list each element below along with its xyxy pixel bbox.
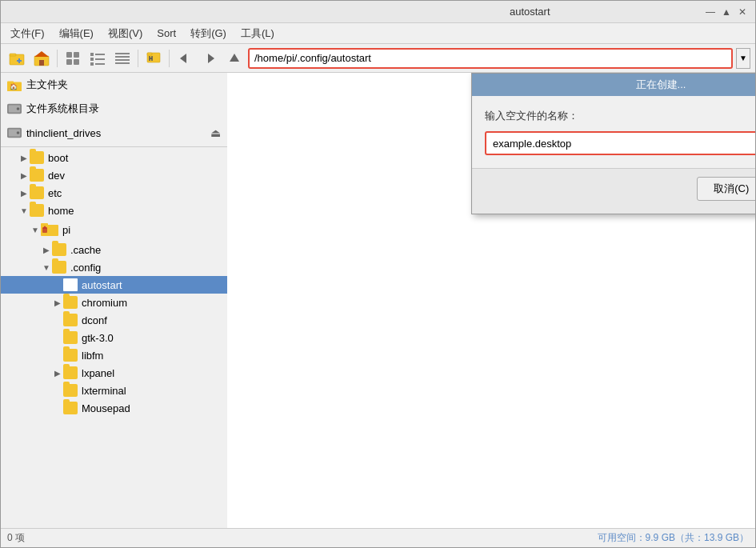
tree-label-dev: dev [48,170,65,182]
minimize-button[interactable]: — [704,6,717,18]
svg-rect-18 [115,56,130,58]
expand-autostart [52,279,63,290]
expand-cache[interactable]: ▶ [41,244,52,255]
menu-sort[interactable]: Sort [150,26,182,41]
folder-icon-libfm [63,349,78,362]
tree-item-lxpanel[interactable]: ▶ lxpanel [1,364,227,382]
show-hidden-button[interactable] [142,47,165,70]
folder-icon-dconf [63,314,78,326]
svg-rect-22 [147,53,152,55]
list-view-button[interactable] [86,47,109,70]
compact-view-button[interactable] [111,47,134,70]
svg-rect-6 [39,60,44,66]
expand-lxpanel[interactable]: ▶ [52,367,63,378]
menu-goto[interactable]: 转到(G) [184,25,233,42]
tree-item-libfm[interactable]: libfm [1,346,227,364]
expand-config[interactable]: ▼ [41,262,52,273]
tree-item-boot[interactable]: ▶ boot [1,149,227,166]
forward-button[interactable] [198,47,221,70]
status-items-count: 0 项 [7,531,25,545]
folder-icon-gtk30 [63,331,78,344]
tree-item-etc[interactable]: ▶ etc [1,184,227,202]
up-icon [226,50,242,66]
folder-icon-cache [52,243,66,256]
tree-item-home[interactable]: ▼ home [1,202,227,219]
menu-view[interactable]: 视图(V) [102,25,149,42]
sidebar-filesystem[interactable]: 文件系统根目录 [1,97,227,121]
folder-icon-mousepad [63,402,78,414]
svg-rect-1 [10,54,16,56]
title-controls: — ▲ ✕ [704,6,749,18]
expand-chromium[interactable]: ▶ [52,297,63,308]
tree-item-config[interactable]: ▼ .config [1,258,227,276]
svg-point-34 [17,107,20,110]
tree-item-lxterminal[interactable]: lxterminal [1,382,227,399]
address-dropdown-button[interactable]: ▼ [736,48,750,69]
svg-rect-39 [41,223,48,226]
svg-rect-20 [115,62,130,64]
icon-view-icon [65,50,81,66]
dialog-cancel-button[interactable]: 取消(C) [697,177,755,201]
tree-label-dconf: dconf [82,314,107,326]
expand-home[interactable]: ▼ [18,205,30,216]
address-bar-input[interactable] [248,48,733,69]
eject-icon[interactable]: ⏏ [210,126,221,139]
folder-icon-config [52,261,66,274]
svg-marker-27 [208,54,214,63]
file-panel: 正在创建... — ▲ ✕ 输入空文件的名称： 取消(C) 确定(O) [227,73,755,528]
list-view-icon [90,50,106,66]
menu-file[interactable]: 文件(F) [4,25,51,42]
expand-etc[interactable]: ▶ [18,187,30,198]
tree-item-dev[interactable]: ▶ dev [1,166,227,184]
status-bar: 0 项 可用空间：9.9 GB（共：13.9 GB） [1,528,755,547]
svg-rect-17 [115,53,130,54]
svg-rect-16 [95,63,105,65]
tree-item-pi[interactable]: ▼ pi [1,219,227,241]
tree-label-mousepad: Mousepad [82,402,130,414]
folder-icon-home [30,204,44,217]
menu-edit[interactable]: 编辑(E) [53,25,100,42]
status-disk-info: 可用空间：9.9 GB（共：13.9 GB） [598,531,749,545]
sidebar-home[interactable]: 🏠 主文件夹 [1,73,227,97]
home-folder-icon: 🏠 [7,78,22,92]
icon-view-button[interactable] [62,47,84,70]
tree-label-etc: etc [48,187,62,199]
tree-label-boot: boot [48,152,68,164]
tree-item-chromium[interactable]: ▶ chromium [1,294,227,311]
folder-icon-etc [30,186,44,199]
dialog-content: 输入空文件的名称： [472,96,755,168]
dialog-filename-input[interactable] [485,131,755,155]
tree-label-libfm: libfm [82,350,103,362]
tree-label-lxterminal: lxterminal [82,385,126,397]
tree-label-autostart: autostart [82,279,122,291]
sidebar-thinclient[interactable]: thinclient_drives ⏏ [1,121,227,145]
tree-item-gtk30[interactable]: gtk-3.0 [1,329,227,346]
expand-boot[interactable]: ▶ [18,152,30,163]
svg-marker-26 [180,54,186,63]
title-bar: autostart — ▲ ✕ [1,1,755,23]
up-button[interactable] [223,47,246,70]
svg-rect-11 [90,53,94,56]
tree-item-mousepad[interactable]: Mousepad [1,399,227,417]
back-button[interactable] [174,47,196,70]
tree-item-cache[interactable]: ▶ .cache [1,241,227,258]
address-bar-container: ▼ [248,48,750,69]
close-button[interactable]: ✕ [736,6,749,18]
menu-tools[interactable]: 工具(L) [234,25,281,42]
folder-icon-lxpanel [63,366,78,379]
dialog-buttons: 取消(C) 确定(O) [472,168,755,214]
home-button[interactable] [30,47,53,70]
new-folder-button[interactable] [6,47,28,70]
tree-item-dconf[interactable]: dconf [1,311,227,329]
svg-rect-12 [95,54,105,55]
expand-pi[interactable]: ▼ [30,225,41,236]
compact-view-icon [114,50,130,66]
tree-item-autostart[interactable]: autostart [1,276,227,294]
expand-dev[interactable]: ▶ [18,170,30,181]
tree-label-lxpanel: lxpanel [82,367,114,379]
folder-icon-lxterminal [63,384,78,397]
toolbar-sep-1 [57,50,58,67]
maximize-button[interactable]: ▲ [720,6,733,18]
folder-icon-dev [30,169,44,182]
tree-label-home: home [48,205,74,217]
